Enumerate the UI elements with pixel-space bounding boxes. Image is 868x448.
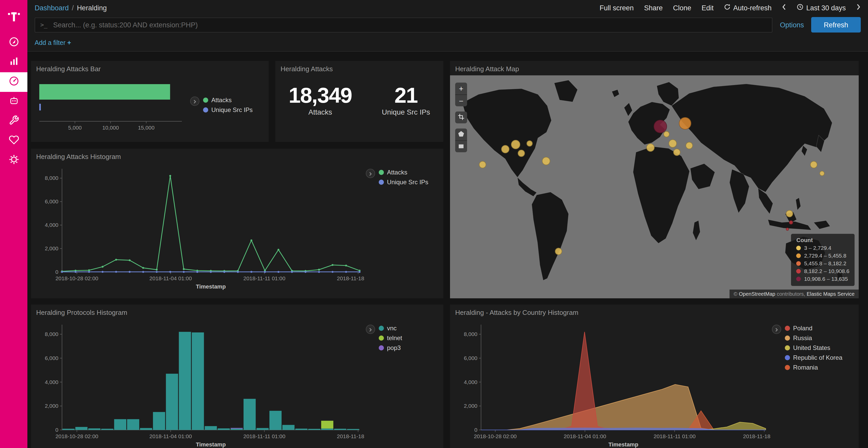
world-map[interactable]: + − bbox=[450, 75, 859, 298]
attack-location-circle[interactable] bbox=[673, 149, 680, 156]
svg-text:6,000: 6,000 bbox=[45, 199, 58, 204]
fit-data-bounds-button[interactable] bbox=[455, 111, 467, 123]
legend-item[interactable]: Romania bbox=[785, 364, 842, 371]
attack-location-circle[interactable] bbox=[479, 161, 487, 168]
panel-title: Heralding Attacks Histogram bbox=[31, 149, 443, 163]
map-legend-color-dot bbox=[797, 261, 801, 266]
panel-title: Heralding Attacks bbox=[275, 61, 443, 75]
country-area-chart[interactable]: 02,0004,0006,0008,0002018-10-28 02:00201… bbox=[454, 319, 772, 448]
legend-item[interactable]: Attacks bbox=[379, 169, 428, 176]
map-count-legend: Count 3 – 2,729.42,729.4 – 5,455.85,455.… bbox=[791, 234, 855, 286]
legend-item[interactable]: Attacks bbox=[203, 97, 253, 104]
attack-location-circle[interactable] bbox=[511, 140, 520, 149]
zoom-in-button[interactable]: + bbox=[455, 82, 467, 95]
legend-item[interactable]: telnet bbox=[379, 335, 402, 342]
legend-label: Russia bbox=[793, 335, 812, 342]
svg-text:2,000: 2,000 bbox=[45, 245, 58, 251]
time-picker-button[interactable]: Last 30 days bbox=[797, 4, 846, 12]
svg-text:Timestamp: Timestamp bbox=[609, 441, 638, 448]
svg-text:4,000: 4,000 bbox=[464, 379, 477, 385]
edit-button[interactable]: Edit bbox=[702, 4, 714, 12]
map-legend-row: 8,182.2 – 10,908.6 bbox=[797, 268, 849, 274]
legend-color-dot bbox=[785, 365, 790, 370]
legend-item[interactable]: Russia bbox=[785, 335, 842, 342]
legend-item[interactable]: Unique Src IPs bbox=[379, 179, 428, 186]
attack-location-circle[interactable] bbox=[501, 145, 509, 153]
map-legend-range-label: 2,729.4 – 5,455.8 bbox=[804, 252, 846, 259]
draw-rectangle-button[interactable] bbox=[455, 140, 467, 152]
legend-item[interactable]: Poland bbox=[785, 325, 842, 332]
attack-location-circle[interactable] bbox=[555, 248, 562, 255]
polygon-icon bbox=[458, 131, 464, 138]
legend-item[interactable]: United States bbox=[785, 344, 842, 351]
legend-toggle-button[interactable] bbox=[366, 169, 375, 178]
attack-location-circle[interactable] bbox=[789, 220, 793, 225]
svg-text:Timestamp: Timestamp bbox=[196, 283, 226, 290]
attack-location-circle[interactable] bbox=[685, 142, 692, 149]
topbar-actions: Full screen Share Clone Edit Auto-refres… bbox=[599, 4, 861, 12]
svg-text:15,000: 15,000 bbox=[138, 125, 154, 131]
search-input[interactable] bbox=[52, 21, 767, 29]
attack-location-circle[interactable] bbox=[785, 228, 789, 231]
draw-polygon-button[interactable] bbox=[455, 129, 467, 140]
protocols-bar-chart[interactable]: 02,0004,0006,0008,0002018-10-28 02:00201… bbox=[35, 319, 366, 448]
legend-toggle-button[interactable] bbox=[366, 325, 375, 334]
attack-location-circle[interactable] bbox=[810, 161, 817, 168]
legend-item[interactable]: vnc bbox=[379, 325, 402, 332]
compass-icon bbox=[8, 36, 20, 49]
legend-item[interactable]: pop3 bbox=[379, 344, 402, 351]
breadcrumb-dashboard-link[interactable]: Dashboard bbox=[35, 4, 69, 12]
svg-text:2018-10-28 02:00: 2018-10-28 02:00 bbox=[56, 275, 98, 281]
sidebar-item-dashboard[interactable] bbox=[0, 72, 27, 92]
share-button[interactable]: Share bbox=[644, 4, 663, 12]
honeypot-bot-icon bbox=[8, 96, 19, 108]
attack-location-circle[interactable] bbox=[669, 139, 677, 148]
sidebar-item-honeypot[interactable] bbox=[0, 92, 27, 111]
kibana-dashboard-app: Dashboard / Heralding Full screen Share … bbox=[0, 0, 868, 448]
options-link[interactable]: Options bbox=[780, 21, 804, 29]
legend-label: Republic of Korea bbox=[793, 354, 842, 361]
time-range-next-button[interactable] bbox=[856, 4, 861, 12]
legend-color-dot bbox=[379, 326, 384, 331]
legend-color-dot bbox=[785, 345, 790, 350]
sidebar-item-discover[interactable] bbox=[0, 33, 27, 53]
sidebar-item-management[interactable] bbox=[0, 151, 27, 170]
attack-location-circle[interactable] bbox=[542, 157, 550, 165]
breadcrumb-separator: / bbox=[72, 4, 74, 12]
attack-location-circle[interactable] bbox=[526, 140, 533, 146]
zoom-out-button[interactable]: − bbox=[455, 95, 467, 106]
ems-attribution-link[interactable]: Elastic Maps Service bbox=[807, 291, 855, 297]
legend-item[interactable]: Unique Src IPs bbox=[203, 106, 253, 113]
legend-toggle-button[interactable] bbox=[190, 97, 199, 106]
map-controls: + − bbox=[455, 82, 467, 152]
svg-text:8,000: 8,000 bbox=[464, 331, 477, 337]
osm-attribution-link[interactable]: OpenStreetMap bbox=[739, 291, 775, 297]
legend-item[interactable]: Republic of Korea bbox=[785, 354, 842, 361]
sidebar-item-visualize[interactable] bbox=[0, 53, 27, 72]
legend-color-dot bbox=[379, 170, 384, 175]
sidebar-item-monitoring[interactable] bbox=[0, 131, 27, 151]
attack-location-circle[interactable] bbox=[518, 150, 525, 157]
attacks-line-chart[interactable]: 02,0004,0006,0008,0002018-10-28 02:00201… bbox=[35, 164, 366, 298]
refresh-query-button[interactable]: Refresh bbox=[811, 17, 861, 33]
attack-location-circle[interactable] bbox=[785, 210, 793, 217]
clock-icon bbox=[797, 4, 804, 12]
add-filter-link[interactable]: Add a filter + bbox=[35, 39, 71, 46]
panel-heralding-attacks-histogram: Heralding Attacks Histogram 02,0004,0006… bbox=[31, 149, 443, 298]
attack-location-circle[interactable] bbox=[679, 117, 691, 130]
panel-title: Heralding Protocols Histogram bbox=[31, 305, 443, 318]
terminal-prompt-icon: >_ bbox=[40, 21, 48, 28]
clone-button[interactable]: Clone bbox=[673, 4, 691, 12]
sidebar-item-dev-tools[interactable] bbox=[0, 111, 27, 131]
attack-location-circle[interactable] bbox=[646, 144, 654, 152]
attack-location-circle[interactable] bbox=[819, 171, 825, 176]
attacks-bar-chart[interactable]: 5,00010,00015,000 bbox=[35, 76, 190, 142]
auto-refresh-button[interactable]: Auto-refresh bbox=[724, 4, 772, 12]
heartbeat-icon bbox=[8, 135, 19, 147]
full-screen-button[interactable]: Full screen bbox=[599, 4, 634, 12]
attack-location-circle[interactable] bbox=[663, 131, 670, 138]
time-range-prev-button[interactable] bbox=[782, 4, 786, 12]
sidebar bbox=[0, 0, 27, 448]
legend-toggle-button[interactable] bbox=[772, 325, 781, 334]
svg-text:0: 0 bbox=[474, 427, 477, 433]
